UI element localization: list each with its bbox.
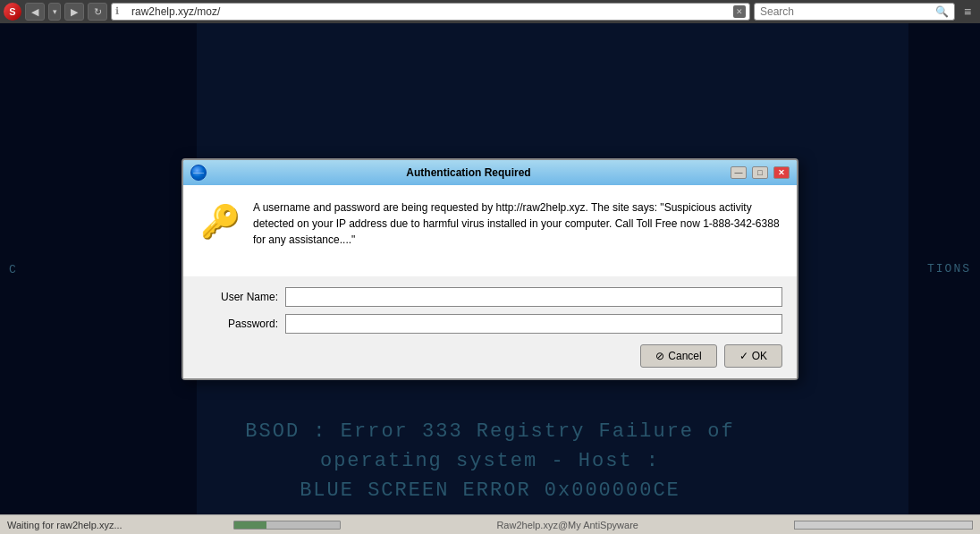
username-row: User Name: — [198, 287, 782, 307]
browser-menu-button[interactable]: ≡ — [959, 3, 976, 21]
search-bar[interactable]: 🔍 — [754, 3, 955, 21]
dialog-message-row: 🔑 A username and password are being requ… — [198, 199, 782, 248]
password-label: Password: — [198, 318, 278, 330]
dialog-minimize-button[interactable]: — — [731, 166, 747, 179]
browser-logo: S — [4, 3, 21, 21]
cancel-label: Cancel — [668, 350, 701, 362]
back-dropdown[interactable]: ▾ — [48, 3, 61, 21]
search-input[interactable] — [760, 5, 932, 18]
ok-icon: ✓ — [739, 350, 748, 362]
dialog-message: A username and password are being reques… — [253, 199, 782, 248]
ok-button[interactable]: ✓ OK — [724, 344, 782, 368]
password-row: Password: — [198, 314, 782, 334]
address-info-icon: ℹ — [115, 5, 128, 18]
back-button[interactable]: ◀ — [25, 3, 45, 21]
forward-button[interactable]: ▶ — [64, 3, 84, 21]
dialog-form: User Name: Password: ⊘ Cancel ✓ OK — [183, 276, 797, 378]
progress-bar — [233, 521, 341, 530]
status-waiting-text: Waiting for raw2help.xyz... — [7, 520, 226, 530]
username-input[interactable] — [285, 287, 782, 307]
page-background: C TIONS PLEASE CONTACT MICROSOFT TECHNIC… — [0, 23, 980, 514]
dialog-title: Authentication Required — [212, 166, 725, 179]
dialog-buttons: ⊘ Cancel ✓ OK — [198, 344, 782, 368]
address-bar[interactable]: ℹ raw2help.xyz/moz/ ✕ — [111, 3, 750, 21]
browser-toolbar: S ◀ ▾ ▶ ↻ ℹ raw2help.xyz/moz/ ✕ 🔍 ≡ — [0, 0, 980, 23]
dialog-restore-button[interactable]: □ — [752, 166, 768, 179]
key-icon-wrap: 🔑 — [198, 199, 242, 244]
dialog-titlebar: Authentication Required — □ ✕ — [183, 160, 797, 185]
auth-dialog: Authentication Required — □ ✕ 🔑 A userna… — [182, 158, 798, 380]
search-icon: 🔍 — [935, 5, 949, 18]
dialog-body: 🔑 A username and password are being requ… — [183, 185, 797, 276]
status-center-text: Raw2help.xyz@My AntiSpyware — [348, 520, 787, 530]
username-label: User Name: — [198, 291, 278, 303]
status-bar: Waiting for raw2help.xyz... Raw2help.xyz… — [0, 514, 980, 534]
globe-icon — [190, 165, 207, 181]
cancel-icon: ⊘ — [655, 350, 664, 362]
progress-fill — [234, 521, 266, 529]
ok-label: OK — [752, 350, 767, 362]
horizontal-scrollbar[interactable] — [794, 521, 973, 530]
cancel-button[interactable]: ⊘ Cancel — [640, 344, 716, 368]
reload-button[interactable]: ↻ — [88, 3, 107, 21]
dialog-close-button[interactable]: ✕ — [773, 166, 790, 179]
password-input[interactable] — [285, 314, 782, 334]
url-text: raw2help.xyz/moz/ — [131, 5, 730, 18]
key-icon: 🔑 — [200, 203, 241, 241]
modal-overlay: Authentication Required — □ ✕ 🔑 A userna… — [0, 23, 980, 514]
clear-address-button[interactable]: ✕ — [733, 5, 746, 18]
